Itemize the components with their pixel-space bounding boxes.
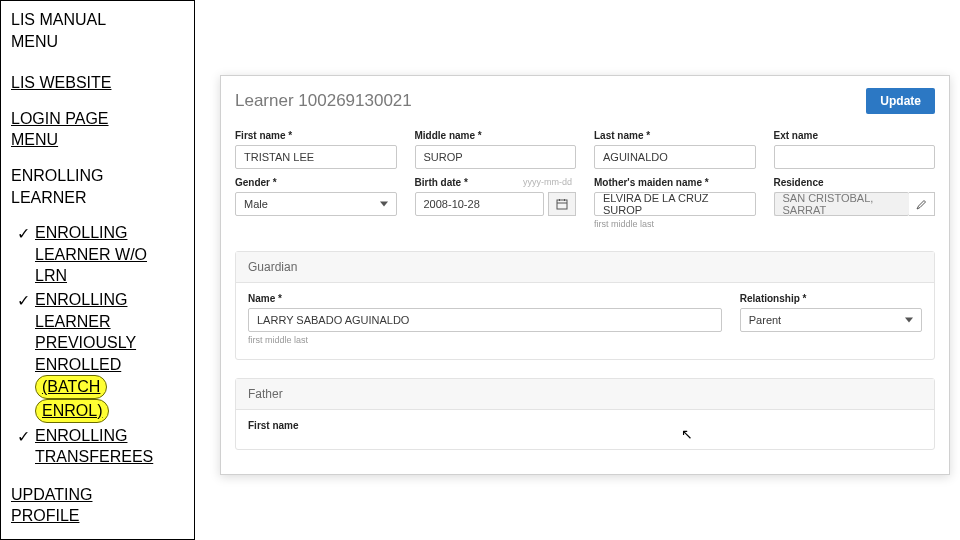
sidebar-title: LIS MANUAL MENU [11, 9, 184, 52]
learner-form-panel: Learner 100269130021 Update First name *… [220, 75, 950, 475]
label-gender: Gender * [235, 177, 397, 188]
link-lis-website[interactable]: LIS WEBSITE [11, 72, 184, 94]
sublabel-guardian-name: first middle last [248, 335, 722, 345]
update-button[interactable]: Update [866, 88, 935, 114]
input-ext-name[interactable] [774, 145, 936, 169]
group-residence: Residence SAN CRISTOBAL, SARRAT [774, 177, 936, 229]
label-father-first: First name [248, 420, 461, 431]
group-guardian-relationship: Relationship * Parent [740, 293, 922, 345]
link-enroll-no-lrn[interactable]: ENROLLING LEARNER W/O LRN [15, 222, 184, 287]
label-guardian-relationship: Relationship * [740, 293, 922, 304]
label-ext-name: Ext name [774, 130, 936, 141]
label-enrolling-learner: ENROLLING LEARNER [11, 165, 184, 208]
label-birth-date: Birth date * [415, 177, 468, 188]
label-maiden-name: Mother's maiden name * [594, 177, 756, 188]
link-enroll-prev-enrolled[interactable]: ENROLLING LEARNER PREVIOUSLY ENROLLED (B… [15, 289, 184, 423]
input-first-name[interactable]: TRISTAN LEE [235, 145, 397, 169]
calendar-icon[interactable] [548, 192, 576, 216]
sublabel-maiden-name: first middle last [594, 219, 756, 229]
input-last-name[interactable]: AGUINALDO [594, 145, 756, 169]
group-guardian-name: Name * LARRY SABADO AGUINALDO first midd… [248, 293, 722, 345]
sidebar-menu: LIS MANUAL MENU LIS WEBSITE LOGIN PAGE M… [0, 0, 195, 540]
highlight-enrol: ENROL) [35, 399, 109, 423]
input-middle-name[interactable]: SUROP [415, 145, 577, 169]
select-gender[interactable]: Male [235, 192, 397, 216]
group-father-first: First name [248, 420, 461, 435]
input-maiden-name[interactable]: ELVIRA DE LA CRUZ SUROP [594, 192, 756, 216]
label-last-name: Last name * [594, 130, 756, 141]
select-guardian-relationship[interactable]: Parent [740, 308, 922, 332]
group-gender: Gender * Male [235, 177, 397, 229]
group-middle-name: Middle name * SUROP [415, 130, 577, 169]
label-guardian-name: Name * [248, 293, 722, 304]
label-first-name: First name * [235, 130, 397, 141]
link-login-page[interactable]: LOGIN PAGE MENU [11, 108, 184, 151]
father-title: Father [236, 379, 934, 410]
svg-rect-0 [557, 200, 567, 209]
edit-residence-icon[interactable] [909, 192, 935, 216]
input-birth-date[interactable]: 2008-10-28 [415, 192, 545, 216]
panel-title: Learner 100269130021 [235, 91, 412, 111]
group-maiden-name: Mother's maiden name * ELVIRA DE LA CRUZ… [594, 177, 756, 229]
label-residence: Residence [774, 177, 936, 188]
link-updating-profile[interactable]: UPDATING PROFILE [11, 484, 184, 527]
group-first-name: First name * TRISTAN LEE [235, 130, 397, 169]
father-card: Father First name [235, 378, 935, 450]
input-residence[interactable]: SAN CRISTOBAL, SARRAT [774, 192, 910, 216]
group-last-name: Last name * AGUINALDO [594, 130, 756, 169]
input-guardian-name[interactable]: LARRY SABADO AGUINALDO [248, 308, 722, 332]
mouse-cursor-icon: ↖ [681, 426, 693, 442]
birth-date-placeholder: yyyy-mm-dd [523, 177, 576, 192]
guardian-title: Guardian [236, 252, 934, 283]
guardian-card: Guardian Name * LARRY SABADO AGUINALDO f… [235, 251, 935, 360]
highlight-batch: (BATCH [35, 375, 107, 399]
group-birth-date: Birth date * yyyy-mm-dd 2008-10-28 [415, 177, 577, 229]
link-enroll-transferees[interactable]: ENROLLING TRANSFEREES [15, 425, 184, 468]
group-ext-name: Ext name [774, 130, 936, 169]
label-middle-name: Middle name * [415, 130, 577, 141]
